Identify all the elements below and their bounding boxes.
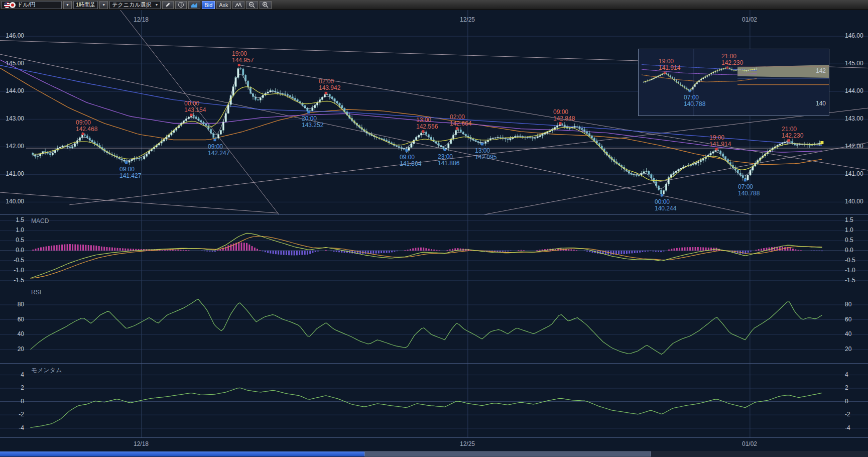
annotation-price: 142.556	[416, 123, 438, 130]
inset-annotation-price: 142.230	[721, 59, 743, 66]
macd-panel[interactable]: MACD 1.51.51.01.00.50.50.00.0-0.5-0.5-1.…	[0, 214, 868, 286]
annotation-time: 13:00	[416, 117, 431, 124]
timeframe-dropdown-button[interactable]: ▼	[99, 1, 108, 9]
y-axis-label: -0.5	[845, 257, 867, 264]
annotation-price: 140.244	[655, 205, 676, 212]
chart-style-button[interactable]	[188, 1, 200, 9]
chart-type-button[interactable]	[232, 1, 244, 9]
chevron-down-icon: ▼	[155, 3, 158, 7]
annotation-price: 142.095	[475, 154, 497, 161]
annotation-price: 143.154	[184, 106, 206, 113]
annotation-time: 02:00	[450, 113, 465, 121]
annotation-time: 09:00	[400, 154, 415, 161]
chevron-down-icon: ▼	[102, 3, 105, 7]
annotation-price: 141.427	[119, 172, 141, 179]
annotation-time: 19:00	[232, 50, 247, 57]
area-chart-icon	[191, 2, 198, 8]
chevron-down-icon: ▼	[66, 3, 69, 7]
y-axis-label: -0.5	[2, 257, 24, 264]
annotation-time: 19:00	[709, 134, 724, 141]
y-axis-label: 146.00	[845, 32, 867, 39]
annotation-price: 143.252	[302, 122, 323, 129]
annotation-time: 09:00	[208, 143, 223, 150]
y-axis-label: -2	[845, 411, 867, 418]
annotation-price: 142.664	[450, 120, 471, 127]
fx-trading-chart-window: ドル/円 ▼ 1時間足 ▼ テクニカル選択 ▼ Bid Ask	[0, 0, 868, 457]
zoom-out-button[interactable]	[246, 1, 258, 9]
y-axis-label: 60	[2, 316, 24, 323]
y-axis-label: 40	[845, 330, 867, 337]
inset-y-axis-label: 140	[816, 100, 826, 107]
y-axis-label: -2	[2, 411, 24, 418]
annotation-price: 142.247	[208, 150, 229, 157]
technical-select[interactable]: テクニカル選択 ▼	[109, 1, 161, 9]
y-axis-label: 0	[2, 398, 24, 405]
annotation-price: 140.788	[738, 190, 760, 197]
y-axis-label: 1.5	[845, 216, 867, 223]
momentum-panel[interactable]: モメンタム 442200-2-2-4-4	[0, 363, 868, 437]
annotation-price: 142.848	[553, 115, 575, 122]
time-axis: 12/1812/2501/02	[0, 437, 868, 451]
info-button[interactable]	[175, 1, 187, 9]
y-axis-label: 60	[845, 316, 867, 323]
y-axis-label: 146.00	[2, 32, 24, 39]
annotation-time: 09:00	[553, 108, 568, 116]
annotation-price: 143.942	[319, 84, 340, 91]
y-axis-label: 20	[845, 346, 867, 353]
x-axis-label: 12/18	[134, 16, 149, 23]
y-axis-label: 143.00	[845, 115, 867, 122]
annotation-price: 142.468	[76, 126, 97, 133]
y-axis-label: 80	[845, 301, 867, 308]
toolbar: ドル/円 ▼ 1時間足 ▼ テクニカル選択 ▼ Bid Ask	[0, 0, 868, 10]
pencil-icon	[165, 2, 171, 8]
y-axis-label: 141.00	[845, 170, 867, 177]
zoom-in-button[interactable]	[260, 1, 272, 9]
annotation-time: 20:00	[302, 115, 317, 122]
x-axis-label: 12/18	[134, 440, 149, 447]
pair-dropdown-button[interactable]: ▼	[63, 1, 72, 9]
y-axis-label: -1.5	[845, 277, 867, 284]
annotation-price: 141.864	[400, 160, 421, 167]
scrollbar-range-indicator	[0, 451, 364, 456]
bid-button[interactable]: Bid	[202, 1, 215, 9]
zoom-out-icon	[249, 2, 256, 9]
inset-annotation-time: 19:00	[659, 58, 674, 65]
y-axis-label: -1.0	[845, 267, 867, 274]
annotation-time: 23:00	[438, 153, 453, 160]
line-chart-icon	[235, 2, 242, 8]
y-axis-label: 145.00	[2, 60, 24, 67]
y-axis-label: 143.00	[2, 115, 24, 122]
horizontal-scrollbar[interactable]	[0, 451, 868, 457]
inset-chart-window[interactable]: 19:00141.91421:00142.23007:00140.7881421…	[638, 49, 829, 116]
annotation-time: 00:00	[655, 198, 670, 205]
draw-tool-button[interactable]	[162, 1, 174, 9]
inset-annotation-price: 140.788	[684, 100, 705, 107]
y-axis-label: 80	[2, 301, 24, 308]
annotation-time: 09:00	[119, 166, 135, 173]
y-axis-label: -4	[2, 424, 24, 431]
scrollbar-thumb[interactable]	[364, 451, 651, 456]
y-axis-label: 140.00	[845, 198, 867, 205]
currency-pair-select[interactable]: ドル/円	[2, 1, 62, 9]
technical-select-label: テクニカル選択	[112, 1, 151, 9]
inset-annotation-price: 141.914	[659, 64, 680, 71]
annotation-price: 141.886	[438, 160, 459, 167]
annotation-time: 07:00	[738, 183, 753, 190]
ask-button[interactable]: Ask	[216, 1, 230, 9]
y-axis-label: 142.00	[2, 143, 24, 150]
annotation-price: 142.230	[782, 132, 803, 139]
timeframe-select[interactable]: 1時間足	[73, 1, 98, 9]
info-icon	[178, 2, 184, 8]
y-axis-label: 1.5	[2, 216, 24, 223]
y-axis-label: 2	[2, 384, 24, 391]
timeframe-label: 1時間足	[76, 1, 95, 9]
zoom-in-icon	[262, 2, 269, 9]
annotation-price: 144.957	[232, 57, 254, 64]
inset-annotation-time: 21:00	[721, 53, 736, 60]
annotation-time: 21:00	[782, 126, 797, 133]
y-axis-label: 0.5	[2, 237, 24, 244]
y-axis-label: 4	[2, 371, 24, 378]
jp-flag-icon	[10, 2, 16, 8]
annotation-time: 00:00	[184, 100, 199, 107]
rsi-panel[interactable]: RSI 8080606040402020	[0, 286, 868, 363]
